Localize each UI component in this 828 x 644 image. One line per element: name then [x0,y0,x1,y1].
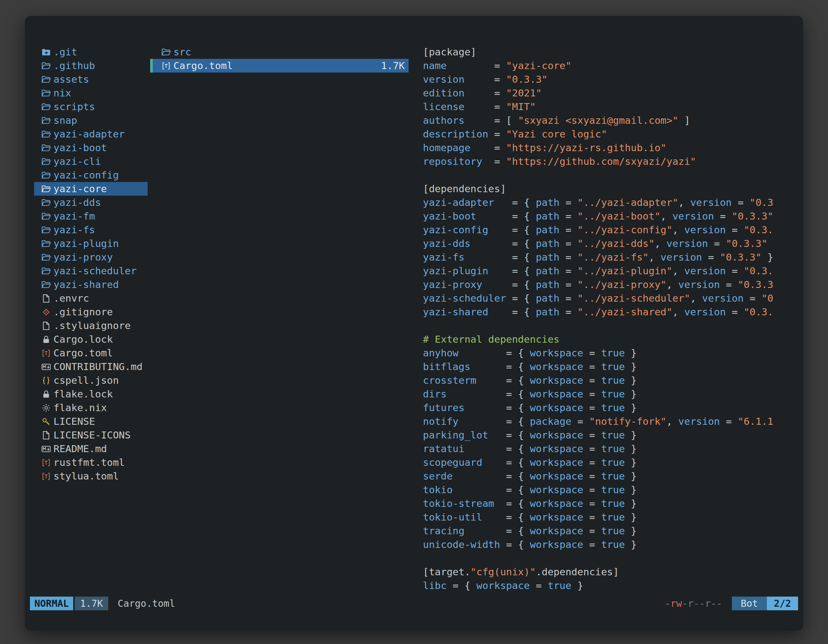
perm-segment: - [665,598,671,609]
file-name: flake.nix [53,401,107,415]
perm-segment: rw [671,598,682,609]
dir-row[interactable]: yazi-fs [34,223,147,237]
code-token: "cfg(unix)" [470,566,536,578]
code-token: true [601,470,625,482]
code-token: = [464,74,506,85]
dir-row[interactable]: nix [34,86,147,100]
file-name: yazi-core [53,182,107,196]
file-row[interactable]: .styluaignore [34,319,147,332]
preview-pane[interactable]: [package]name = "yazi-core"version = "0.… [423,45,792,592]
file-row[interactable]: LICENSE [34,415,147,428]
code-token: = [560,251,577,263]
dir-row[interactable]: yazi-adapter [34,127,147,141]
code-token: version [684,224,726,235]
code-token: workspace [530,511,583,523]
file-row[interactable]: rustfmt.toml [34,456,147,469]
file-name: cspell.json [53,373,119,387]
code-token: workspace [530,374,583,386]
code-token: "../yazi-fs" [577,251,649,263]
code-token: = [560,224,577,235]
code-token: = { [488,265,536,276]
dir-row[interactable]: yazi-config [34,168,147,182]
code-token: true [601,429,625,441]
code-token: yazi-plugin [423,265,488,276]
code-token: "0.3. [744,224,773,235]
dir-row[interactable]: yazi-shared [34,278,147,291]
dir-row[interactable]: assets [34,72,147,86]
dir-row[interactable]: yazi-plugin [34,237,147,251]
code-token: "../yazi-adapter" [577,197,678,208]
code-token: true [601,402,625,413]
code-token: = [583,374,601,386]
file-row[interactable]: Cargo.toml1.7K [150,59,409,72]
file-icon [41,294,51,303]
code-token: ratatui [423,443,464,454]
code-token: true [601,361,625,372]
code-token: = [560,279,577,290]
dir-row[interactable]: yazi-dds [34,196,147,209]
preview-line: [target."cfg(unix)".dependencies] [423,565,792,579]
dir-row[interactable]: yazi-scheduler [34,264,147,278]
lock-icon [41,389,51,399]
folder-icon [41,184,51,194]
code-token: } [625,347,637,359]
code-token: path [536,224,560,235]
code-token: } [625,470,637,482]
code-token: "MIT" [506,101,536,112]
preview-line: repository = "https://github.com/sxyazi/… [423,155,792,168]
code-token: = [464,101,506,112]
dir-row[interactable]: yazi-proxy [34,251,147,264]
dir-row[interactable]: .github [34,59,147,72]
file-row[interactable]: .gitignore [34,305,147,319]
file-name: Cargo.lock [53,332,113,346]
preview-line [423,168,792,182]
code-token: ] [679,114,690,126]
file-row[interactable]: LICENSE-ICONS [34,428,147,442]
code-token: = [583,429,601,441]
dir-row[interactable]: yazi-core [34,182,147,196]
preview-line: yazi-boot = { path = "../yazi-boot", ver… [423,209,792,223]
file-row[interactable]: Cargo.toml [34,346,147,360]
preview-line: scopeguard = { workspace = true } [423,456,792,469]
braces-icon [41,376,51,385]
code-token: , [666,279,678,290]
file-row[interactable]: flake.lock [34,387,147,401]
code-token: tokio-stream [423,498,494,509]
preview-line: yazi-fs = { path = "../yazi-fs", version… [423,251,792,264]
dir-row[interactable]: yazi-cli [34,155,147,168]
status-filename: Cargo.toml [118,597,175,610]
status-left: NORMAL 1.7K Cargo.toml [30,597,175,610]
code-token: = { [464,525,530,536]
file-row[interactable]: flake.nix [34,401,147,415]
code-token: } [762,251,773,263]
code-token: yazi-dds [423,238,470,249]
file-row[interactable]: stylua.toml [34,469,147,483]
code-token: = { [447,580,477,591]
dir-row[interactable]: yazi-fm [34,209,147,223]
file-name: .gitignore [53,305,113,319]
code-token: libc [423,580,447,591]
code-token: "0.3.3 [738,279,773,290]
dir-row[interactable]: yazi-boot [34,141,147,155]
code-token: "notify-fork" [589,415,666,427]
code-token: } [625,374,637,386]
preview-line: serde = { workspace = true } [423,469,792,483]
folder-icon [41,88,51,98]
code-token: = [ [464,114,518,126]
file-row[interactable]: README.md [34,442,147,456]
dir-row[interactable]: snap [34,114,147,127]
code-token: workspace [530,347,583,359]
code-token: authors [423,114,464,126]
preview-line: bitflags = { workspace = true } [423,360,792,373]
dir-row[interactable]: src [150,45,409,59]
file-row[interactable]: Cargo.lock [34,332,147,346]
file-row[interactable]: .envrc [34,291,147,305]
code-token: "Yazi core logic" [506,128,607,140]
dir-row[interactable]: scripts [34,100,147,114]
code-token: "sxyazi <sxyazi@gmail.com>" [518,114,679,126]
dir-row[interactable]: .git [34,45,147,59]
file-row[interactable]: cspell.json [34,373,147,387]
file-name: rustfmt.toml [53,456,125,469]
file-name: nix [53,86,71,100]
file-row[interactable]: CONTRIBUTING.md [34,360,147,373]
